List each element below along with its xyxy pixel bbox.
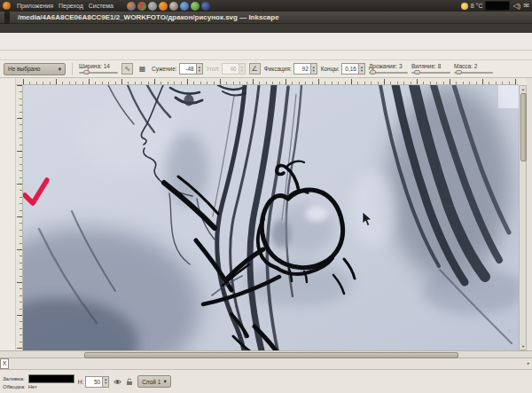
system-tray: 8 °C ◁) ✉	[461, 1, 529, 11]
launcher-gimp-icon[interactable]	[169, 2, 178, 11]
layer-selector[interactable]: Слой 1 ▾	[137, 375, 171, 388]
launcher-blue-icon[interactable]	[180, 2, 189, 11]
fill-stroke-indicator[interactable]: Заливка: Обводка: Нет	[3, 374, 74, 389]
tremor-control: Дрожание: 3	[369, 63, 408, 75]
fill-color-swatch[interactable]	[28, 374, 74, 383]
drawing-canvas[interactable]	[23, 85, 519, 350]
desktop-panel: ПриложенияПереходСистема 8 °C ◁) ✉	[0, 0, 532, 12]
fixation-control: Фиксация: 92 ▲▼	[264, 63, 317, 75]
thinning-spinbox[interactable]: -48 ▲▼	[179, 63, 203, 75]
vertical-scrollbar-thumb[interactable]	[520, 93, 527, 161]
palette-scroll-arrow[interactable]: ▸	[525, 358, 532, 369]
panel-launchers	[127, 2, 210, 11]
calligraphy-options-toolbar: Не выбрано ▾ Ширина: 14 ∿ ▦ Сужение: -48…	[0, 60, 532, 78]
horizontal-scrollbar[interactable]	[0, 350, 532, 358]
launcher-editor-icon[interactable]	[201, 2, 210, 11]
opacity-label: Н:	[78, 379, 84, 385]
menubar	[0, 24, 532, 33]
weather-temp: 8 °C	[471, 3, 483, 9]
horizontal-ruler	[23, 78, 519, 85]
horizontal-scrollbar-thumb[interactable]	[84, 352, 458, 358]
separator	[72, 63, 73, 75]
stroke-label: Обводка:	[3, 384, 26, 389]
wiggle-slider[interactable]	[411, 70, 450, 75]
launcher-package-icon[interactable]	[137, 2, 146, 11]
mass-control: Масса: 2	[454, 63, 493, 75]
preset-dropdown[interactable]: Не выбрано ▾	[4, 63, 66, 75]
chevron-down-icon: ▾	[59, 66, 61, 73]
weather-icon	[461, 3, 468, 10]
scroll-down-arrow[interactable]: ▼	[521, 344, 525, 349]
mass-slider[interactable]	[454, 70, 493, 75]
panel-menus: ПриложенияПереходСистема	[14, 3, 116, 9]
window-edge	[527, 78, 532, 393]
color-palette: X ▸	[0, 358, 532, 369]
wiggle-control: Виляние: 8	[411, 63, 450, 75]
no-color-swatch[interactable]: X	[0, 358, 9, 369]
layer-lock-icon[interactable]	[125, 377, 134, 386]
toolbox	[0, 78, 16, 350]
use-tilt-button[interactable]: ∠	[249, 63, 261, 75]
trace-background-button[interactable]: ▦	[137, 63, 148, 75]
layer-visibility-eye-icon[interactable]	[113, 377, 121, 386]
chevron-down-icon: ▾	[163, 378, 166, 385]
width-slider[interactable]	[79, 70, 118, 75]
angle-control: Угол: 46 ▲▼	[207, 63, 246, 75]
window-title: /media/4A6A8CE06A8CC9E1/2_WORKFOTO/драко…	[18, 13, 279, 21]
launcher-firefox-icon[interactable]	[127, 2, 136, 11]
window-titlebar[interactable]: /media/4A6A8CE06A8CC9E1/2_WORKFOTO/драко…	[0, 12, 532, 24]
pencil-drawing	[23, 85, 519, 350]
fill-label: Заливка:	[3, 376, 26, 381]
launcher-vlc-icon[interactable]	[159, 2, 168, 11]
stroke-value: Нет	[28, 384, 74, 389]
scroll-up-arrow[interactable]: ▲	[521, 87, 525, 91]
vertical-scrollbar[interactable]: ▲ ▼	[519, 85, 527, 350]
command-toolbar	[0, 33, 532, 51]
panel-menu-1[interactable]: Переход	[56, 3, 86, 9]
caps-spinbox[interactable]: 0,16 ▲▼	[341, 63, 365, 75]
snap-toolbar	[0, 51, 532, 60]
window-buttons	[4, 10, 10, 26]
use-pressure-button[interactable]: ∿	[121, 63, 133, 75]
opacity-spinbox[interactable]: 50 ▲▼	[85, 376, 109, 388]
width-value: 14	[104, 63, 110, 69]
launcher-grey-icon[interactable]	[148, 2, 157, 11]
panel-menu-2[interactable]: Система	[86, 3, 116, 9]
system-monitor-applet[interactable]	[485, 1, 510, 11]
caps-control: Концы: 0,16 ▲▼	[321, 63, 365, 75]
fixation-spinbox[interactable]: 92 ▲▼	[293, 63, 317, 75]
panel-menu-0[interactable]: Приложения	[14, 3, 56, 9]
inkscape-screen: ПриложенияПереходСистема 8 °C ◁) ✉ /medi…	[0, 0, 532, 393]
launcher-check-icon[interactable]	[191, 2, 200, 11]
opacity-control: Н: 50 ▲▼	[78, 376, 109, 388]
mail-icon[interactable]: ✉	[523, 2, 529, 10]
vertical-ruler	[16, 85, 23, 350]
thinning-control: Сужение: -48 ▲▼	[152, 63, 203, 75]
palette-swatches	[9, 358, 525, 369]
maximize-button[interactable]	[8, 9, 10, 26]
angle-spinbox: 46 ▲▼	[222, 63, 246, 75]
tremor-slider[interactable]	[369, 70, 408, 75]
statusbar: Заливка: Обводка: Нет Н: 50 ▲▼ Слой 1 ▾	[0, 369, 532, 393]
width-control: Ширина: 14	[79, 63, 118, 75]
volume-icon[interactable]: ◁)	[512, 2, 520, 10]
